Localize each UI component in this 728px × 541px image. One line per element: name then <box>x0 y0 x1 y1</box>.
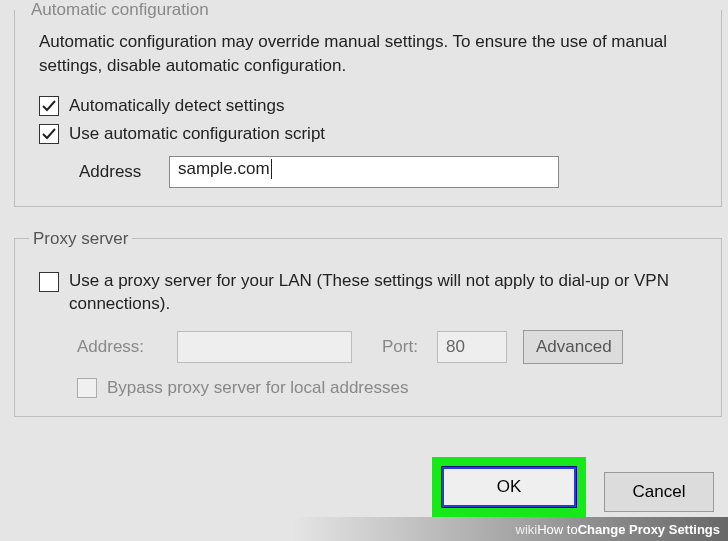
ok-highlight: OK <box>432 457 586 517</box>
script-address-input[interactable]: sample.com <box>169 156 559 188</box>
auto-script-row[interactable]: Use automatic configuration script <box>39 124 707 144</box>
auto-detect-label: Automatically detect settings <box>69 96 284 116</box>
auto-script-label: Use automatic configuration script <box>69 124 325 144</box>
caption-brand: wiki <box>516 522 538 537</box>
caption-title: Change Proxy Settings <box>578 522 720 537</box>
dialog-footer: OK Cancel <box>0 457 728 517</box>
bypass-proxy-checkbox <box>77 378 97 398</box>
script-address-row: Address sample.com <box>79 156 707 188</box>
bypass-proxy-label: Bypass proxy server for local addresses <box>107 378 408 398</box>
proxy-port-input <box>437 331 507 363</box>
proxy-server-group: Proxy server Use a proxy server for your… <box>14 229 722 418</box>
text-caret <box>271 159 272 179</box>
proxy-address-label: Address: <box>77 337 177 357</box>
automatic-configuration-legend: Automatic configuration <box>27 0 213 20</box>
lan-settings-panel: Automatic configuration Automatic config… <box>0 0 728 417</box>
auto-detect-checkbox[interactable] <box>39 96 59 116</box>
use-proxy-row[interactable]: Use a proxy server for your LAN (These s… <box>39 269 707 317</box>
cancel-button[interactable]: Cancel <box>604 472 714 512</box>
auto-detect-row[interactable]: Automatically detect settings <box>39 96 707 116</box>
proxy-address-input <box>177 331 352 363</box>
use-proxy-checkbox[interactable] <box>39 272 59 292</box>
proxy-address-row: Address: Port: Advanced <box>77 330 707 364</box>
checkmark-icon <box>41 126 57 142</box>
wikihow-caption: wiki How to Change Proxy Settings <box>0 517 728 541</box>
proxy-port-label: Port: <box>382 337 437 357</box>
caption-how: How to <box>537 522 577 537</box>
automatic-configuration-group: Automatic configuration Automatic config… <box>14 0 722 207</box>
advanced-button[interactable]: Advanced <box>523 330 623 364</box>
checkmark-icon <box>41 98 57 114</box>
script-address-label: Address <box>79 162 169 182</box>
ok-button[interactable]: OK <box>442 467 576 507</box>
proxy-server-legend: Proxy server <box>29 229 132 249</box>
bypass-proxy-row: Bypass proxy server for local addresses <box>77 378 707 398</box>
use-proxy-label: Use a proxy server for your LAN (These s… <box>69 269 707 317</box>
auto-script-checkbox[interactable] <box>39 124 59 144</box>
automatic-configuration-description: Automatic configuration may override man… <box>39 30 707 78</box>
